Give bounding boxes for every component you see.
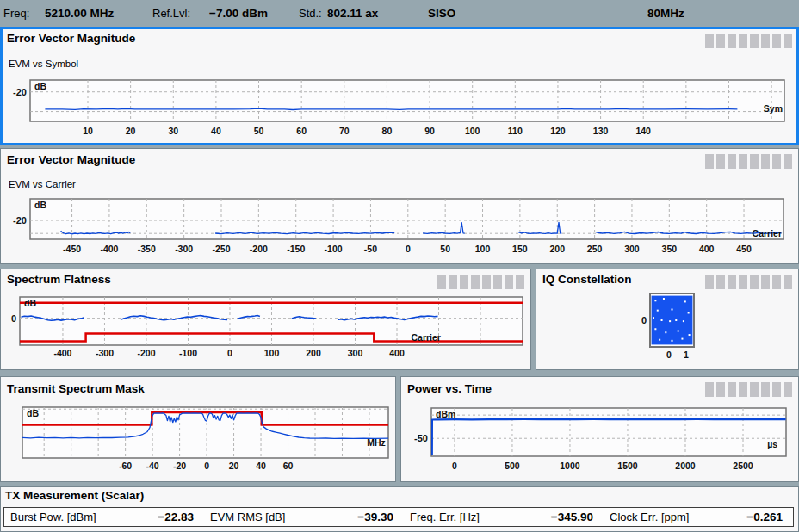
svg-text:500: 500	[505, 461, 520, 471]
svg-text:dB: dB	[34, 200, 46, 210]
svg-text:90: 90	[424, 126, 435, 136]
unit-label: dB	[27, 408, 39, 418]
y-axis-labels: -50	[414, 433, 428, 443]
ref-level-value: −7.00 dBm	[209, 7, 268, 20]
svg-text:0: 0	[452, 461, 457, 471]
y-axis-labels: -20	[13, 87, 27, 97]
x-tick-labels: -400-300-200-1000100200300400	[53, 348, 404, 358]
svg-text:0: 0	[406, 244, 411, 254]
svg-text:110: 110	[508, 126, 523, 136]
svg-text:-400: -400	[53, 348, 71, 358]
svg-text:dB: dB	[27, 408, 39, 418]
svg-text:300: 300	[348, 348, 363, 358]
svg-text:Carrier: Carrier	[753, 228, 782, 238]
panel-power-vs-time[interactable]: Power vs. Time 05001000150020002500-50dB…	[400, 376, 799, 482]
freq-label: Freq:	[3, 7, 29, 20]
svg-text:1: 1	[684, 350, 689, 360]
unit-label: dB	[34, 81, 46, 91]
drag-handle-icon[interactable]	[705, 154, 792, 169]
axis-end-label: Sym	[764, 103, 783, 114]
svg-text:-300: -300	[175, 244, 193, 254]
svg-text:80: 80	[382, 126, 393, 136]
svg-text:200: 200	[306, 348, 321, 358]
svg-text:2000: 2000	[675, 461, 696, 471]
svg-text:20: 20	[229, 461, 239, 471]
svg-text:dB: dB	[24, 298, 36, 308]
drag-handle-icon[interactable]	[705, 34, 792, 48]
svg-text:0: 0	[641, 315, 647, 325]
x-tick-labels: -60-40-200204060	[119, 461, 293, 471]
svg-text:50: 50	[254, 126, 264, 136]
drag-handle-icon[interactable]	[437, 275, 524, 289]
svg-text:-20: -20	[13, 87, 27, 97]
panel-spectrum-flatness[interactable]: Spectrum Flatness -400-300-200-100010020…	[0, 269, 531, 370]
svg-text:20: 20	[126, 126, 136, 136]
axis-end-label: MHz	[367, 437, 386, 448]
panel-transmit-spectrum-mask[interactable]: Transmit Spectrum Mask -60-40-200204060d…	[0, 376, 396, 482]
measurement-value: −39.30	[357, 510, 404, 523]
svg-text:1000: 1000	[560, 461, 580, 471]
evm-vs-carrier-chart: -450-400-350-300-250-200-150-100-5005010…	[0, 190, 799, 259]
svg-text:100: 100	[264, 348, 280, 358]
svg-text:0: 0	[666, 350, 672, 360]
bandwidth-value: 80MHz	[647, 7, 684, 20]
x-tick-labels: 01	[666, 350, 689, 360]
svg-text:130: 130	[593, 126, 609, 136]
panel-title: Error Vector Magnitude	[7, 153, 135, 166]
svg-text:200: 200	[549, 244, 565, 254]
panel-title: TX Measurement (Scalar)	[5, 489, 144, 502]
svg-text:140: 140	[635, 126, 651, 136]
svg-text:30: 30	[168, 126, 178, 136]
svg-text:10: 10	[83, 126, 93, 136]
panel-title: Spectrum Flatness	[7, 273, 111, 286]
svg-text:-300: -300	[96, 348, 114, 358]
svg-text:-400: -400	[100, 244, 118, 254]
svg-text:-100: -100	[179, 348, 197, 358]
svg-text:-20: -20	[173, 461, 186, 471]
svg-text:2500: 2500	[733, 461, 753, 471]
svg-text:-50: -50	[364, 244, 377, 254]
svg-text:-200: -200	[137, 348, 155, 358]
svg-text:-40: -40	[146, 461, 159, 471]
svg-text:0: 0	[204, 461, 209, 471]
y-axis-labels: 0	[11, 313, 16, 324]
svg-text:300: 300	[624, 244, 640, 254]
panel-iq-constellation[interactable]: IQ Constellation 010	[536, 269, 799, 370]
svg-text:MHz: MHz	[367, 437, 386, 448]
svg-text:60: 60	[283, 461, 294, 471]
measurement-label: Burst Pow. [dBm]	[4, 510, 96, 523]
scalar-results-row: Burst Pow. [dBm] −22.83 EVM RMS [dB] −39…	[3, 507, 794, 527]
measurement-burst-power: Burst Pow. [dBm] −22.83	[4, 508, 204, 526]
svg-text:400: 400	[389, 348, 405, 358]
svg-text:150: 150	[512, 244, 528, 254]
panel-evm-vs-carrier[interactable]: Error Vector Magnitude EVM vs Carrier -4…	[0, 148, 799, 264]
x-tick-labels: 05001000150020002500	[452, 461, 753, 471]
panel-tx-measurement-scalar[interactable]: TX Measurement (Scalar) Burst Pow. [dBm]…	[0, 486, 799, 532]
spectrum-flatness-chart: -400-300-200-10001002003004000dBCarrier	[0, 288, 531, 368]
ref-level-label: Ref.Lvl:	[152, 7, 190, 20]
transmit-spectrum-mask-chart: -60-40-200204060dBMHz	[0, 399, 396, 478]
measurement-label: EVM RMS [dB]	[204, 510, 285, 523]
svg-text:-20: -20	[13, 215, 27, 226]
drag-handle-icon[interactable]	[705, 382, 792, 397]
y-axis-labels: -20	[13, 215, 27, 226]
axis-end-label: Carrier	[411, 332, 440, 343]
chart-subtitle: EVM vs Carrier	[9, 179, 76, 189]
svg-text:µs: µs	[767, 439, 777, 449]
svg-text:40: 40	[256, 461, 266, 471]
unit-label: dBm	[436, 409, 455, 419]
svg-text:450: 450	[736, 244, 752, 254]
measurement-freq-error: Freq. Err. [Hz] −345.90	[404, 508, 604, 526]
x-tick-labels: -450-400-350-300-250-200-150-100-5005010…	[63, 244, 752, 254]
measurement-value: −22.83	[158, 510, 204, 523]
status-bar: Freq: 5210.00 MHz Ref.Lvl: −7.00 dBm Std…	[0, 0, 799, 27]
svg-text:100: 100	[465, 126, 480, 136]
svg-text:-450: -450	[63, 244, 81, 254]
plot-frame	[30, 80, 784, 121]
svg-text:100: 100	[475, 244, 491, 254]
x-tick-labels: 102030405060708090100110120130140	[83, 126, 651, 136]
svg-text:50: 50	[440, 244, 450, 254]
panel-title: Power vs. Time	[407, 382, 492, 395]
panel-evm-vs-symbol[interactable]: Error Vector Magnitude EVM vs Symbol 102…	[0, 27, 799, 145]
svg-text:350: 350	[662, 244, 678, 254]
